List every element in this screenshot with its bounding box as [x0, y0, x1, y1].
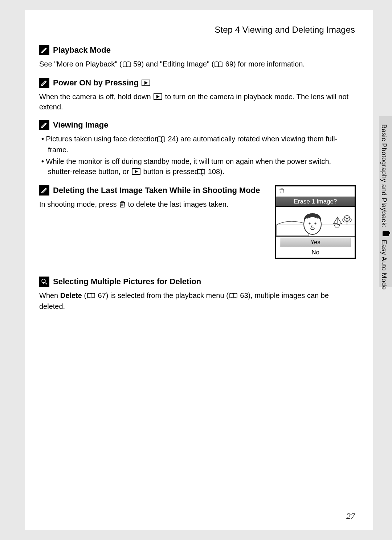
page-number: 27	[346, 511, 355, 521]
lcd-options: Yes No	[276, 236, 355, 258]
text-fragment: When the camera is off, hold down	[39, 93, 153, 101]
lightbulb-box-icon	[39, 277, 49, 287]
section-header: Selecting Multiple Pictures for Deletion	[39, 277, 355, 287]
section-header: Viewing Image	[39, 120, 355, 130]
text-fragment: Basic Photography and Playback:	[380, 124, 388, 230]
playback-button-icon	[154, 93, 162, 100]
text-fragment: When	[39, 291, 60, 299]
text-fragment: In shooting mode, press	[39, 200, 119, 208]
bullet-list: Pictures taken using face detection ( 24…	[39, 134, 355, 177]
book-ref-icon	[204, 167, 205, 177]
section-title: Viewing Image	[53, 120, 108, 130]
playback-button-icon	[142, 80, 150, 86]
list-item: While the monitor is off during standby …	[39, 156, 355, 177]
book-ref-icon	[229, 291, 237, 301]
book-ref-icon	[123, 60, 131, 70]
section-power-on: Power ON by Pressing When the camera is …	[39, 78, 355, 112]
pencil-box-icon	[39, 78, 49, 88]
lcd-illustration	[276, 207, 355, 236]
text-fragment: 69) for more information.	[223, 60, 305, 68]
svg-point-3	[309, 223, 311, 225]
step-title: Step 4 Viewing and Deleting Images	[39, 25, 355, 35]
text-fragment: 59) and "Editing Image" (	[131, 60, 214, 68]
section-selecting-multiple: Selecting Multiple Pictures for Deletion…	[39, 277, 355, 311]
body-text: When Delete ( 67) is selected from the p…	[39, 290, 355, 311]
manual-page: Step 4 Viewing and Deleting Images Playb…	[25, 10, 373, 530]
lcd-frame: Erase 1 image?	[275, 185, 356, 259]
section-viewing-image: Viewing Image Pictures taken using face …	[39, 120, 355, 177]
text-fragment: button is pressed (	[141, 168, 203, 176]
book-ref-icon	[87, 291, 95, 301]
pencil-box-icon	[39, 120, 49, 130]
section-title: Playback Mode	[53, 45, 111, 55]
text-fragment: Power ON by Pressing	[53, 78, 141, 87]
pencil-box-icon	[39, 185, 49, 196]
list-item: Pictures taken using face detection ( 24…	[39, 134, 355, 155]
body-text: See "More on Playback" ( 59) and "Editin…	[39, 59, 355, 70]
section-header: Playback Mode	[39, 45, 355, 55]
pencil-box-icon	[39, 45, 49, 55]
section-title: Power ON by Pressing	[53, 78, 151, 88]
bold-text: Delete	[60, 291, 82, 299]
lcd-option-yes: Yes	[280, 238, 351, 247]
lcd-topbar	[276, 186, 355, 197]
text-fragment: to delete the last images taken.	[126, 200, 228, 208]
chapter-side-label: Basic Photography and Playback: Easy Aut…	[380, 124, 389, 290]
text-fragment: Easy Auto Mode	[380, 238, 388, 290]
playback-button-icon	[132, 168, 140, 175]
text-fragment: See "More on Playback" (	[39, 60, 122, 68]
svg-point-4	[315, 223, 317, 225]
body-text: When the camera is off, hold down to tur…	[39, 92, 355, 112]
text-fragment: (	[82, 291, 86, 299]
section-playback-mode: Playback Mode See "More on Playback" ( 5…	[39, 45, 355, 70]
lcd-prompt: Erase 1 image?	[276, 197, 355, 207]
section-title: Deleting the Last Image Taken While in S…	[53, 186, 260, 195]
text-fragment: 108).	[206, 168, 224, 176]
lcd-option-no: No	[276, 248, 355, 258]
trash-icon	[279, 188, 284, 195]
camera-icon	[383, 231, 389, 236]
book-ref-icon	[164, 134, 165, 145]
text-fragment: Pictures taken using face detection (	[46, 135, 163, 143]
section-header: Power ON by Pressing	[39, 78, 355, 88]
svg-point-0	[42, 279, 45, 283]
book-ref-icon	[215, 60, 222, 70]
camera-lcd-mockup: Erase 1 image?	[275, 185, 356, 259]
section-title: Selecting Multiple Pictures for Deletion	[53, 277, 201, 286]
trash-icon	[119, 200, 125, 210]
text-fragment: 67) is selected from the playback menu (	[96, 291, 229, 299]
